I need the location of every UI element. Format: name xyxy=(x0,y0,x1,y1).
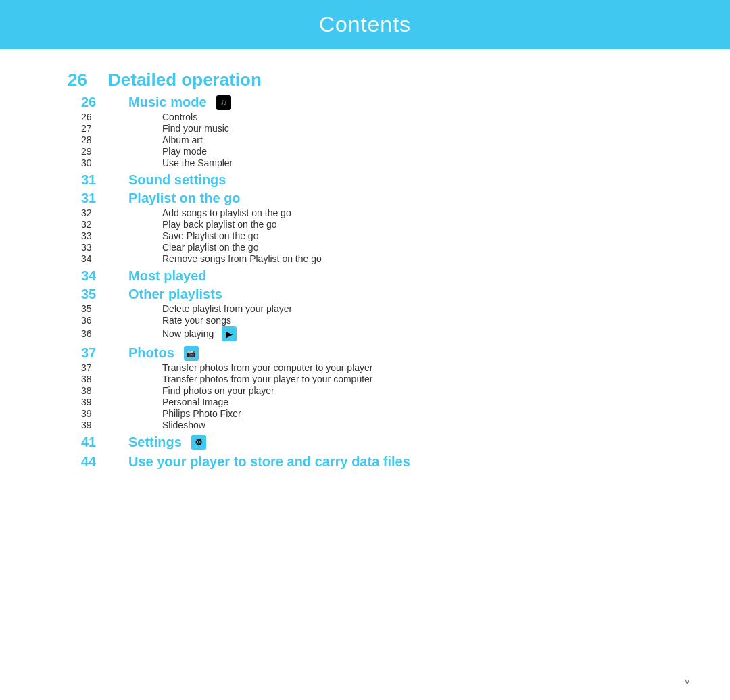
entry-title: Personal Image xyxy=(128,397,228,407)
entry-row: 38 Transfer photos from your player to y… xyxy=(68,374,676,384)
subsection-number: 26 xyxy=(68,95,128,110)
entry-row: 32 Add songs to playlist on the go xyxy=(68,207,676,218)
page-title: Contents xyxy=(319,12,411,36)
subsection-photos: 37 Photos 📷 xyxy=(68,345,676,361)
entry-number: 39 xyxy=(68,408,128,419)
subsection-title: Most played xyxy=(128,268,207,284)
subsection-title: Photos 📷 xyxy=(128,345,199,361)
entry-row: 29 Play mode xyxy=(68,146,676,157)
entry-number: 38 xyxy=(68,385,128,396)
entry-number: 36 xyxy=(68,315,128,326)
entry-title: Use the Sampler xyxy=(128,157,233,168)
entry-title: Remove songs from Playlist on the go xyxy=(128,253,322,264)
subsection-title: Use your player to store and carry data … xyxy=(128,454,410,470)
entry-number: 30 xyxy=(68,157,128,168)
subsection-title: Other playlists xyxy=(128,286,222,302)
entry-row: 37 Transfer photos from your computer to… xyxy=(68,362,676,373)
entry-title: Controls xyxy=(128,111,197,122)
entry-title: Clear playlist on the go xyxy=(128,242,258,253)
entry-row: 39 Personal Image xyxy=(68,397,676,407)
subsection-music-mode: 26 Music mode ♫ xyxy=(68,95,676,110)
subsection-title: Music mode ♫ xyxy=(128,95,231,110)
subsection-number: 31 xyxy=(68,172,128,188)
entry-row: 39 Philips Photo Fixer xyxy=(68,408,676,419)
entry-number: 32 xyxy=(68,207,128,218)
entry-title: Save Playlist on the go xyxy=(128,230,258,241)
entry-row: 26 Controls xyxy=(68,111,676,122)
entry-row: 28 Album art xyxy=(68,134,676,145)
subsection-playlist-on-go: 31 Playlist on the go xyxy=(68,191,676,206)
entry-title: Now playing ▶ xyxy=(128,326,237,341)
entry-number: 27 xyxy=(68,123,128,134)
entry-row: 32 Play back playlist on the go xyxy=(68,219,676,230)
entry-title: Philips Photo Fixer xyxy=(128,408,241,419)
section-detailed-operation: 26 Detailed operation xyxy=(68,70,676,91)
entry-number: 33 xyxy=(68,230,128,241)
entry-number: 39 xyxy=(68,397,128,407)
entry-row: 38 Find photos on your player xyxy=(68,385,676,396)
subsection-number: 31 xyxy=(68,191,128,206)
entry-title: Transfer photos from your computer to yo… xyxy=(128,362,373,373)
gear-icon: ⚙ xyxy=(191,435,206,450)
entry-row: 35 Delete playlist from your player xyxy=(68,303,676,314)
entry-title: Find photos on your player xyxy=(128,385,274,396)
entry-number: 36 xyxy=(68,328,128,339)
entry-title: Slideshow xyxy=(128,420,205,430)
entry-number: 29 xyxy=(68,146,128,157)
subsection-title: Settings ⚙ xyxy=(128,434,206,450)
subsection-number: 41 xyxy=(68,434,128,450)
header-banner: Contents xyxy=(0,0,730,49)
entry-number: 37 xyxy=(68,362,128,373)
subsection-number: 35 xyxy=(68,286,128,302)
subsection-number: 37 xyxy=(68,345,128,361)
subsection-number: 34 xyxy=(68,268,128,284)
subsection-number: 44 xyxy=(68,454,128,470)
entry-number: 34 xyxy=(68,253,128,264)
entry-row: 33 Clear playlist on the go xyxy=(68,242,676,253)
subsection-other-playlists: 35 Other playlists xyxy=(68,286,676,302)
entry-row: 39 Slideshow xyxy=(68,420,676,430)
section-number: 26 xyxy=(68,70,108,91)
page-container: Contents 26 Detailed operation 26 Music … xyxy=(0,0,730,700)
subsection-data-files: 44 Use your player to store and carry da… xyxy=(68,454,676,470)
entry-title: Rate your songs xyxy=(128,315,231,326)
entry-title: Play back playlist on the go xyxy=(128,219,277,230)
entry-row: 36 Rate your songs xyxy=(68,315,676,326)
subsection-settings: 41 Settings ⚙ xyxy=(68,434,676,450)
entry-title: Add songs to playlist on the go xyxy=(128,207,291,218)
entry-title: Delete playlist from your player xyxy=(128,303,292,314)
entry-number: 39 xyxy=(68,420,128,430)
entry-number: 35 xyxy=(68,303,128,314)
entry-title: Play mode xyxy=(128,146,207,157)
entry-title: Transfer photos from your player to your… xyxy=(128,374,373,384)
entry-row: 27 Find your music xyxy=(68,123,676,134)
subsection-title: Playlist on the go xyxy=(128,191,241,206)
entry-row: 34 Remove songs from Playlist on the go xyxy=(68,253,676,264)
camera-icon: 📷 xyxy=(184,346,199,361)
entry-row: 30 Use the Sampler xyxy=(68,157,676,168)
subsection-most-played: 34 Most played xyxy=(68,268,676,284)
subsection-title: Sound settings xyxy=(128,172,226,188)
entry-number: 26 xyxy=(68,111,128,122)
subsection-sound-settings: 31 Sound settings xyxy=(68,172,676,188)
entry-title: Find your music xyxy=(128,123,229,134)
entry-row: 36 Now playing ▶ xyxy=(68,326,676,341)
page-number: v xyxy=(685,676,690,686)
entry-number: 32 xyxy=(68,219,128,230)
entry-number: 33 xyxy=(68,242,128,253)
now-playing-icon: ▶ xyxy=(222,326,237,341)
entry-title: Album art xyxy=(128,134,203,145)
entry-number: 28 xyxy=(68,134,128,145)
entry-number: 38 xyxy=(68,374,128,384)
music-icon: ♫ xyxy=(216,95,231,110)
section-title: Detailed operation xyxy=(108,70,262,91)
content-area: 26 Detailed operation 26 Music mode ♫ 26… xyxy=(0,70,730,470)
entry-row: 33 Save Playlist on the go xyxy=(68,230,676,241)
